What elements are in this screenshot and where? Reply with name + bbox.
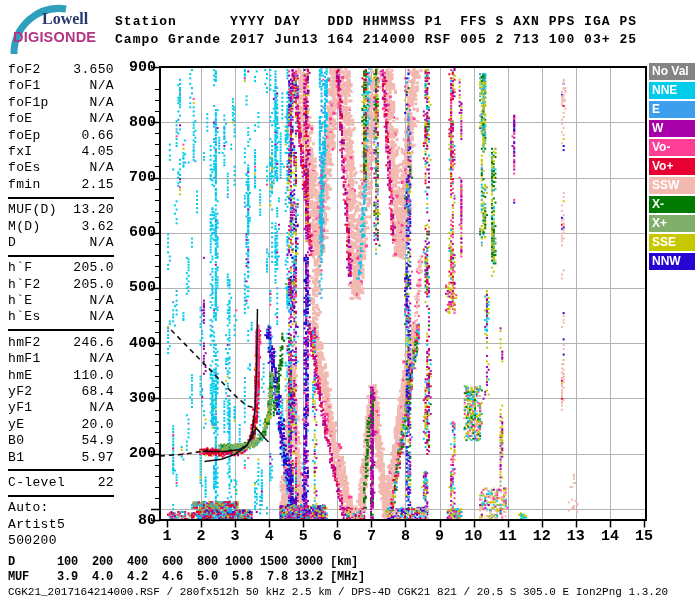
legend-item-x+: X+ bbox=[649, 215, 695, 232]
parameter-name: D bbox=[8, 235, 16, 251]
ionogram-screen: { "logo": {"brand_top":"Lowell","brand_b… bbox=[0, 0, 700, 600]
legend-item-sse: SSE bbox=[649, 234, 695, 251]
parameter-value: N/A bbox=[90, 309, 114, 325]
y-tick-label: 800 bbox=[110, 114, 156, 131]
parameter-value: 3.650 bbox=[73, 62, 114, 78]
parameter-name: yF1 bbox=[8, 400, 32, 416]
panel-divider bbox=[8, 495, 114, 497]
parameter-row: h`F205.0 bbox=[8, 260, 114, 276]
logo-text-lowell: Lowell bbox=[42, 10, 88, 28]
parameter-value: 4.05 bbox=[81, 144, 114, 160]
legend-item-x-: X- bbox=[649, 196, 695, 213]
panel-divider bbox=[8, 469, 114, 471]
y-tick-label: 300 bbox=[110, 390, 156, 407]
parameter-value: N/A bbox=[90, 95, 114, 111]
parameter-value: 205.0 bbox=[73, 260, 114, 276]
parameter-row: fmin2.15 bbox=[8, 177, 114, 193]
parameter-value: 205.0 bbox=[73, 277, 114, 293]
parameter-name: foE bbox=[8, 111, 32, 127]
parameter-name: 500200 bbox=[8, 533, 57, 549]
distance-scale-row: D 100 200 400 600 800 1000 1500 3000 [km… bbox=[8, 555, 358, 569]
x-tick-label: 8 bbox=[390, 528, 420, 545]
x-tick-label: 10 bbox=[459, 528, 489, 545]
parameter-value: N/A bbox=[90, 78, 114, 94]
parameter-row: foF1pN/A bbox=[8, 95, 114, 111]
x-tick-label: 4 bbox=[254, 528, 284, 545]
parameter-row: yF1N/A bbox=[8, 400, 114, 416]
parameter-row: B054.9 bbox=[8, 433, 114, 449]
parameter-row: hmE110.0 bbox=[8, 368, 114, 384]
x-tick-label: 6 bbox=[322, 528, 352, 545]
x-tick-label: 9 bbox=[425, 528, 455, 545]
y-tick-label: 900 bbox=[110, 59, 156, 76]
file-info-line: CGK21_2017164214000.RSF / 280fx512h 50 k… bbox=[8, 586, 668, 598]
parameter-value: 110.0 bbox=[73, 368, 114, 384]
parameter-value: N/A bbox=[90, 351, 114, 367]
x-tick-label: 13 bbox=[561, 528, 591, 545]
parameter-row: DN/A bbox=[8, 235, 114, 251]
panel-divider bbox=[8, 329, 114, 331]
y-tick-label: 700 bbox=[110, 169, 156, 186]
scaled-parameters-panel: foF23.650foF1N/AfoF1pN/AfoEN/AfoEp0.66fx… bbox=[8, 62, 114, 550]
parameter-row: B15.97 bbox=[8, 450, 114, 466]
parameter-row: foF23.650 bbox=[8, 62, 114, 78]
parameter-row: fxI4.05 bbox=[8, 144, 114, 160]
x-tick-label: 5 bbox=[288, 528, 318, 545]
parameter-name: M(D) bbox=[8, 219, 41, 235]
parameter-row: M(D)3.62 bbox=[8, 219, 114, 235]
lowell-digisonde-logo: Lowell DIGISONDE bbox=[6, 4, 118, 56]
parameter-row: foF1N/A bbox=[8, 78, 114, 94]
parameter-row: Artist5 bbox=[8, 517, 114, 533]
parameter-value: 22 bbox=[98, 475, 114, 491]
parameter-name: MUF(D) bbox=[8, 202, 57, 218]
parameter-row: yF268.4 bbox=[8, 384, 114, 400]
x-tick-label: 2 bbox=[186, 528, 216, 545]
parameter-row: h`F2205.0 bbox=[8, 277, 114, 293]
parameter-name: h`Es bbox=[8, 309, 41, 325]
parameter-value: 20.0 bbox=[81, 417, 114, 433]
parameter-name: B1 bbox=[8, 450, 24, 466]
legend-item-nnw: NNW bbox=[649, 253, 695, 270]
legend-item-vo-: Vo- bbox=[649, 139, 695, 156]
parameter-row: foEp0.66 bbox=[8, 128, 114, 144]
parameter-row: MUF(D)13.20 bbox=[8, 202, 114, 218]
parameter-name: B0 bbox=[8, 433, 24, 449]
x-tick-label: 14 bbox=[595, 528, 625, 545]
x-tick-label: 3 bbox=[220, 528, 250, 545]
x-tick-label: 15 bbox=[629, 528, 659, 545]
panel-divider bbox=[8, 255, 114, 257]
parameter-name: foF1p bbox=[8, 95, 49, 111]
parameter-name: foF1 bbox=[8, 78, 41, 94]
parameter-name: Auto: bbox=[8, 500, 49, 516]
panel-divider bbox=[8, 197, 114, 199]
parameter-name: hmF1 bbox=[8, 351, 41, 367]
parameter-name: h`E bbox=[8, 293, 32, 309]
legend-item-nne: NNE bbox=[649, 82, 695, 99]
y-tick-label: 400 bbox=[110, 335, 156, 352]
parameter-name: yF2 bbox=[8, 384, 32, 400]
parameter-row: h`EsN/A bbox=[8, 309, 114, 325]
parameter-value: 13.20 bbox=[73, 202, 114, 218]
y-tick-label: 600 bbox=[110, 224, 156, 241]
x-tick-label: 7 bbox=[356, 528, 386, 545]
legend-item-noval: No Val bbox=[649, 63, 695, 80]
parameter-name: foF2 bbox=[8, 62, 41, 78]
parameter-row: foEsN/A bbox=[8, 160, 114, 176]
parameter-name: C-level bbox=[8, 475, 65, 491]
legend-item-ssw: SSW bbox=[649, 177, 695, 194]
parameter-name: foEs bbox=[8, 160, 41, 176]
parameter-row: foEN/A bbox=[8, 111, 114, 127]
parameter-name: h`F bbox=[8, 260, 32, 276]
parameter-value: 246.6 bbox=[73, 335, 114, 351]
y-tick-label: 80 bbox=[110, 512, 156, 529]
parameter-row: hmF1N/A bbox=[8, 351, 114, 367]
parameter-row: h`EN/A bbox=[8, 293, 114, 309]
x-tick-label: 11 bbox=[493, 528, 523, 545]
parameter-name: hmE bbox=[8, 368, 32, 384]
x-tick-label: 12 bbox=[527, 528, 557, 545]
parameter-name: fmin bbox=[8, 177, 41, 193]
parameter-name: Artist5 bbox=[8, 517, 65, 533]
parameter-row: hmF2246.6 bbox=[8, 335, 114, 351]
parameter-name: hmF2 bbox=[8, 335, 41, 351]
y-tick-label: 200 bbox=[110, 445, 156, 462]
